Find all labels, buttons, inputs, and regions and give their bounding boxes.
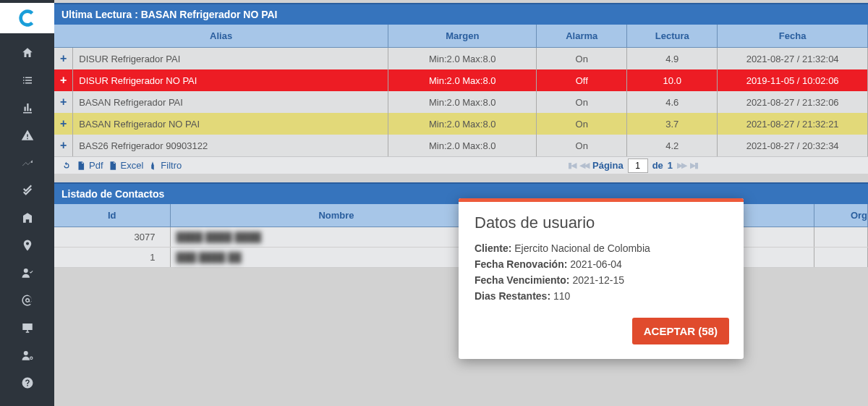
filtro-label: Filtro (161, 160, 182, 171)
alias-cell: BAS26 Refrigerador 90903122 (73, 135, 388, 156)
modal-cliente: Cliente: Ejercito Nacional de Colombia (475, 242, 728, 254)
col-org[interactable]: Org (814, 204, 868, 227)
lectura-cell: 4.6 (627, 91, 718, 113)
modal-dias: Dias Restantes: 110 (475, 290, 728, 302)
table-row[interactable]: + DISUR Refrigerador PAI Min:2.0 Max:8.0… (54, 48, 868, 70)
nav-user-settings[interactable] (0, 342, 54, 369)
margen-cell: Min:2.0 Max:8.0 (388, 69, 537, 91)
fecha-cell: 2021-08-27 / 21:32:04 (718, 48, 868, 70)
col-margen[interactable]: Margen (388, 25, 537, 48)
pager-total: 1 (668, 160, 673, 171)
expand-icon[interactable]: + (54, 91, 73, 113)
margen-cell: Min:2.0 Max:8.0 (388, 113, 537, 135)
expand-icon[interactable]: + (54, 135, 73, 156)
pager-current-input[interactable] (628, 158, 648, 173)
alarma-cell: On (537, 113, 627, 135)
table-toolbar: Pdf Excel Filtro ▮◀ ◀◀ Página de 1 ▶▶ ▶▮ (54, 156, 868, 174)
alias-cell: BASAN Refrigerador NO PAI (73, 113, 388, 135)
pager-de: de (652, 160, 663, 171)
alarma-cell: On (537, 135, 627, 156)
lectura-cell: 10.0 (627, 69, 718, 91)
expand-icon[interactable]: + (54, 69, 73, 91)
expand-icon[interactable]: + (54, 113, 73, 135)
nombre-cell: ████ ████ ████ (170, 227, 503, 248)
table-row[interactable]: + BASAN Refrigerador PAI Min:2.0 Max:8.0… (54, 91, 868, 113)
nav-at[interactable] (0, 287, 54, 314)
sidebar (0, 0, 54, 406)
modal-renovacion: Fecha Renovación: 2021-06-04 (475, 258, 728, 270)
id-cell: 1 (54, 248, 170, 268)
nombre-cell: ███ ████ ██ (170, 248, 503, 268)
table-row[interactable]: + BAS26 Refrigerador 90903122 Min:2.0 Ma… (54, 135, 868, 156)
lectura-table: Alias Margen Alarma Lectura Fecha + DISU… (54, 25, 868, 156)
excel-label: Excel (121, 160, 144, 171)
modal-title: Datos de usuario (475, 213, 728, 232)
table-row[interactable]: + BASAN Refrigerador NO PAI Min:2.0 Max:… (54, 113, 868, 135)
fecha-cell: 2021-08-27 / 20:32:34 (718, 135, 868, 156)
nav-check[interactable] (0, 177, 54, 204)
pager-label: Página (592, 160, 624, 171)
alias-cell: DISUR Refrigerador PAI (73, 48, 388, 70)
pdf-label: Pdf (89, 160, 103, 171)
excel-button[interactable]: Excel (108, 160, 144, 171)
table-row[interactable]: + DISUR Refrigerador NO PAI Min:2.0 Max:… (54, 69, 868, 91)
alarma-cell: Off (537, 69, 627, 91)
fecha-cell: 2021-08-27 / 21:32:06 (718, 91, 868, 113)
user-data-modal: Datos de usuario Cliente: Ejercito Nacio… (459, 198, 744, 359)
margen-cell: Min:2.0 Max:8.0 (388, 48, 537, 70)
nav-trend[interactable] (0, 149, 54, 177)
col-lectura[interactable]: Lectura (627, 25, 718, 48)
modal-vencimiento: Fecha Vencimiento: 2021-12-15 (475, 274, 728, 286)
nav-help[interactable] (0, 369, 54, 397)
fecha-cell: 2019-11-05 / 10:02:06 (718, 69, 868, 91)
ultima-lectura-title: Ultima Lectura : BASAN Refrigerador NO P… (54, 3, 868, 25)
lectura-cell: 3.7 (627, 113, 718, 135)
lectura-cell: 4.2 (627, 135, 718, 156)
pager-prev-icon[interactable]: ◀◀ (579, 161, 588, 170)
nav-user-check[interactable] (0, 259, 54, 287)
pager-last-icon[interactable]: ▶▮ (690, 161, 697, 170)
pager: ▮◀ ◀◀ Página de 1 ▶▶ ▶▮ (568, 158, 697, 173)
expand-icon[interactable]: + (54, 48, 73, 70)
alias-cell: BASAN Refrigerador PAI (73, 91, 388, 113)
lectura-cell: 4.9 (627, 48, 718, 70)
alias-cell: DISUR Refrigerador NO PAI (73, 69, 388, 91)
col-alarma[interactable]: Alarma (537, 25, 627, 48)
nav-display[interactable] (0, 314, 54, 342)
nav-location[interactable] (0, 232, 54, 259)
col-fecha[interactable]: Fecha (718, 25, 868, 48)
nav-list[interactable] (0, 67, 54, 94)
nav-alert[interactable] (0, 122, 54, 149)
filtro-button[interactable]: Filtro (148, 160, 182, 171)
col-id[interactable]: Id (54, 204, 170, 227)
refresh-icon[interactable] (61, 161, 72, 171)
ultima-lectura-panel: Ultima Lectura : BASAN Refrigerador NO P… (54, 3, 868, 174)
col-nombre[interactable]: Nombre (170, 204, 503, 227)
col-alias[interactable]: Alias (54, 25, 388, 48)
pdf-button[interactable]: Pdf (76, 160, 103, 171)
nav-chart[interactable] (0, 94, 54, 122)
margen-cell: Min:2.0 Max:8.0 (388, 91, 537, 113)
nav-home[interactable] (0, 39, 54, 67)
pager-next-icon[interactable]: ▶▶ (677, 161, 686, 170)
alarma-cell: On (537, 91, 627, 113)
margen-cell: Min:2.0 Max:8.0 (388, 135, 537, 156)
pager-first-icon[interactable]: ▮◀ (568, 161, 575, 170)
nav-building[interactable] (0, 204, 54, 232)
aceptar-button[interactable]: ACEPTAR (58) (632, 318, 729, 344)
logo (0, 3, 54, 33)
fecha-cell: 2021-08-27 / 21:32:21 (718, 113, 868, 135)
id-cell: 3077 (54, 227, 170, 248)
alarma-cell: On (537, 48, 627, 70)
